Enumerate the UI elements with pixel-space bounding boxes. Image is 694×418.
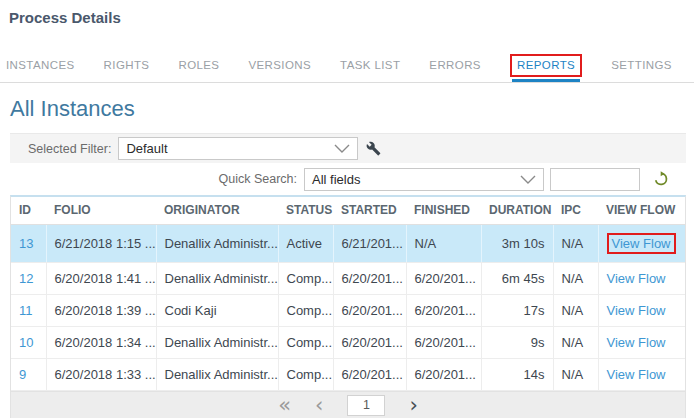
annotation-box-view-flow: View Flow bbox=[607, 233, 676, 254]
table-header-row: ID FOLIO ORIGINATOR STATUS STARTED FINIS… bbox=[11, 197, 685, 225]
col-header-finished[interactable]: FINISHED bbox=[406, 197, 481, 225]
folio-cell: 6/20/2018 1:34 ... bbox=[46, 327, 156, 359]
ipc-cell: N/A bbox=[553, 359, 598, 391]
table-row[interactable]: 12 6/20/2018 1:41 ... Denallix Administr… bbox=[11, 263, 685, 295]
started-cell: 6/20/201... bbox=[333, 359, 406, 391]
ipc-cell: N/A bbox=[553, 327, 598, 359]
started-cell: 6/21/201... bbox=[333, 225, 406, 263]
status-cell: Comp... bbox=[278, 359, 333, 391]
status-cell: Active bbox=[278, 225, 333, 263]
duration-cell: 3m 10s bbox=[481, 225, 553, 263]
first-page-icon[interactable]: « bbox=[278, 395, 291, 416]
col-header-folio[interactable]: FOLIO bbox=[46, 197, 156, 225]
originator-cell: Denallix Administr... bbox=[156, 263, 278, 295]
tab-roles[interactable]: ROLES bbox=[177, 51, 220, 82]
finished-cell: 6/20/201... bbox=[406, 295, 481, 327]
next-page-icon[interactable]: › bbox=[409, 395, 417, 416]
ipc-cell: N/A bbox=[553, 225, 598, 263]
status-cell: Comp... bbox=[278, 327, 333, 359]
table-row[interactable]: 13 6/21/2018 1:15 ... Denallix Administr… bbox=[11, 225, 685, 263]
started-cell: 6/20/201... bbox=[333, 295, 406, 327]
folio-cell: 6/20/2018 1:41 ... bbox=[46, 263, 156, 295]
content-area: Selected Filter: Default Quick Search: A… bbox=[10, 133, 686, 418]
view-flow-link[interactable]: View Flow bbox=[607, 335, 666, 350]
duration-cell: 9s bbox=[481, 327, 553, 359]
wrench-icon[interactable] bbox=[366, 141, 381, 156]
view-flow-link[interactable]: View Flow bbox=[607, 367, 666, 382]
search-field-select[interactable]: All fields bbox=[304, 168, 544, 191]
annotation-box-reports: REPORTS bbox=[510, 54, 582, 77]
finished-cell: 6/20/201... bbox=[406, 327, 481, 359]
chevron-down-icon bbox=[520, 172, 536, 187]
table-row[interactable]: 10 6/20/2018 1:34 ... Denallix Administr… bbox=[11, 327, 685, 359]
instance-id-link[interactable]: 10 bbox=[19, 335, 33, 350]
started-cell: 6/20/201... bbox=[333, 327, 406, 359]
tab-task-list[interactable]: TASK LIST bbox=[339, 51, 401, 82]
finished-cell: N/A bbox=[406, 225, 481, 263]
view-flow-link[interactable]: View Flow bbox=[607, 303, 666, 318]
col-header-originator[interactable]: ORIGINATOR bbox=[156, 197, 278, 225]
filter-bar: Selected Filter: Default bbox=[10, 133, 686, 163]
folio-cell: 6/21/2018 1:15 ... bbox=[46, 225, 156, 263]
originator-cell: Denallix Administr... bbox=[156, 327, 278, 359]
filter-select-value: Default bbox=[126, 141, 167, 156]
page-title: Process Details bbox=[9, 9, 694, 26]
instances-table: ID FOLIO ORIGINATOR STATUS STARTED FINIS… bbox=[10, 195, 686, 418]
table-row[interactable]: 9 6/20/2018 1:33 ... Denallix Administr.… bbox=[11, 359, 685, 391]
started-cell: 6/20/201... bbox=[333, 263, 406, 295]
instance-id-link[interactable]: 13 bbox=[19, 236, 33, 251]
instance-id-link[interactable]: 9 bbox=[19, 367, 26, 382]
instance-id-link[interactable]: 11 bbox=[19, 303, 33, 318]
duration-cell: 17s bbox=[481, 295, 553, 327]
originator-cell: Denallix Administr... bbox=[156, 225, 278, 263]
col-header-started[interactable]: STARTED bbox=[333, 197, 406, 225]
originator-cell: Denallix Administr... bbox=[156, 359, 278, 391]
chevron-down-icon bbox=[334, 141, 350, 156]
tab-rights[interactable]: RIGHTS bbox=[103, 51, 151, 82]
table-row[interactable]: 11 6/20/2018 1:39 ... Codi Kaji Comp... … bbox=[11, 295, 685, 327]
duration-cell: 6m 45s bbox=[481, 263, 553, 295]
ipc-cell: N/A bbox=[553, 295, 598, 327]
search-field-value: All fields bbox=[312, 172, 360, 187]
folio-cell: 6/20/2018 1:39 ... bbox=[46, 295, 156, 327]
tab-reports[interactable]: REPORTS bbox=[509, 46, 583, 82]
pagination-bar: « ‹ 1 › bbox=[11, 391, 685, 418]
view-flow-link[interactable]: View Flow bbox=[612, 236, 671, 251]
quick-search-bar: Quick Search: All fields bbox=[10, 163, 686, 195]
refresh-icon[interactable] bbox=[653, 171, 669, 187]
col-header-ipc[interactable]: IPC bbox=[553, 197, 598, 225]
duration-cell: 14s bbox=[481, 359, 553, 391]
status-cell: Comp... bbox=[278, 263, 333, 295]
originator-cell: Codi Kaji bbox=[156, 295, 278, 327]
tab-instances[interactable]: INSTANCES bbox=[5, 51, 76, 82]
folio-cell: 6/20/2018 1:33 ... bbox=[46, 359, 156, 391]
view-flow-link[interactable]: View Flow bbox=[607, 271, 666, 286]
tab-bar: INSTANCES RIGHTS ROLES VERSIONS TASK LIS… bbox=[0, 46, 694, 83]
finished-cell: 6/20/201... bbox=[406, 263, 481, 295]
col-header-view-flow[interactable]: VIEW FLOW bbox=[598, 197, 685, 225]
selected-filter-label: Selected Filter: bbox=[28, 142, 111, 156]
col-header-status[interactable]: STATUS bbox=[278, 197, 333, 225]
ipc-cell: N/A bbox=[553, 263, 598, 295]
tab-reports-label: REPORTS bbox=[517, 59, 575, 71]
instance-id-link[interactable]: 12 bbox=[19, 271, 33, 286]
col-header-id[interactable]: ID bbox=[11, 197, 46, 225]
quick-search-input[interactable] bbox=[550, 168, 640, 191]
finished-cell: 6/20/201... bbox=[406, 359, 481, 391]
tab-errors[interactable]: ERRORS bbox=[428, 51, 482, 82]
current-page-input[interactable]: 1 bbox=[347, 395, 385, 416]
tab-settings[interactable]: SETTINGS bbox=[610, 51, 673, 82]
active-tab-underline bbox=[512, 79, 580, 82]
status-cell: Comp... bbox=[278, 295, 333, 327]
col-header-duration[interactable]: DURATION bbox=[481, 197, 553, 225]
tab-versions[interactable]: VERSIONS bbox=[247, 51, 312, 82]
section-heading: All Instances bbox=[10, 96, 694, 122]
quick-search-label: Quick Search: bbox=[218, 172, 297, 186]
filter-select[interactable]: Default bbox=[118, 137, 358, 160]
previous-page-icon[interactable]: ‹ bbox=[315, 395, 323, 416]
